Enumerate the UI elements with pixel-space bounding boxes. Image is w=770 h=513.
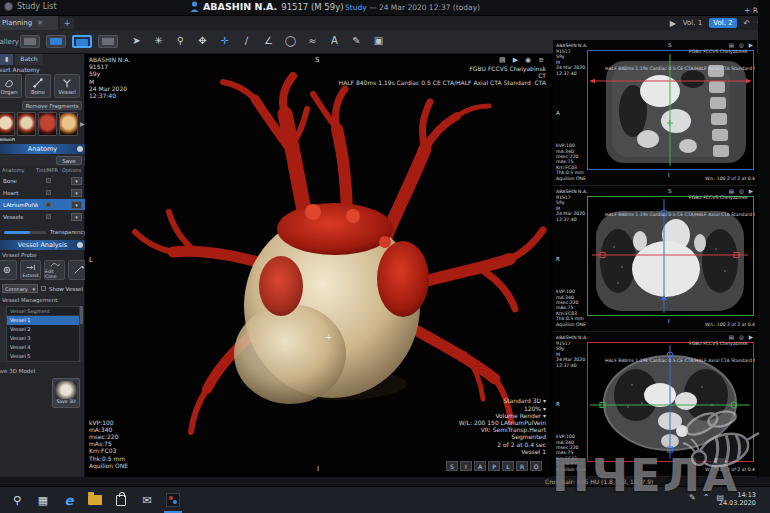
vol-2-button[interactable]: Vol. 2: [709, 18, 736, 28]
tab-batch[interactable]: Batch: [15, 54, 42, 65]
active-app-icon[interactable]: [164, 492, 182, 508]
layout-1x1-button[interactable]: [20, 35, 40, 48]
bone-button[interactable]: Bone: [25, 74, 51, 98]
link-icon[interactable]: ◎: [739, 334, 744, 340]
tint-toggle[interactable]: [46, 202, 51, 207]
layout-3up-button[interactable]: [72, 35, 92, 48]
study-list-button[interactable]: Study List: [4, 2, 57, 11]
anatomy-row-vessels[interactable]: Vessels ▾: [0, 211, 85, 222]
orient-o-button[interactable]: O: [530, 461, 542, 471]
camera-icon[interactable]: ◉: [525, 56, 531, 64]
vessel-row-2[interactable]: Vessel 2: [7, 325, 79, 334]
extend-button[interactable]: Extend: [20, 260, 41, 280]
vessel-table-scrollbar[interactable]: [80, 306, 83, 362]
anatomy-info-icon[interactable]: [77, 146, 83, 152]
play-icon[interactable]: ▶: [749, 188, 753, 194]
vessel-row-4[interactable]: Vessel 4: [7, 343, 79, 352]
main-3d-viewport[interactable]: ABASHIN N.A. 91517 59y M 24 Mar 2020 12:…: [85, 54, 550, 477]
anatomy-save-button[interactable]: Save: [56, 156, 82, 165]
tab-close-icon[interactable]: ✕: [37, 19, 43, 27]
organ-button[interactable]: Organ: [0, 74, 22, 98]
pen-tool-icon[interactable]: ✎: [350, 35, 363, 46]
mpr-panel-sagittal[interactable]: ABASHIN N.A. 91517 59y M 24 Mar 2020 12:…: [553, 40, 757, 186]
orientation-buttons: S I A P L R O: [446, 461, 542, 471]
angle-tool-icon[interactable]: ∠: [262, 35, 275, 46]
vessel-analysis-header: Vessel Analysis: [0, 240, 85, 250]
thumbnail[interactable]: Heart: [59, 112, 78, 136]
save-3d-button[interactable]: Save 3D: [52, 378, 80, 408]
orient-i-button[interactable]: I: [460, 461, 472, 471]
crop-tool-icon[interactable]: ▣: [372, 35, 385, 46]
show-vessel-checkbox[interactable]: [41, 286, 46, 291]
play-icon[interactable]: ▶: [749, 334, 753, 340]
ruler-tool-icon[interactable]: ∕: [240, 35, 253, 46]
mpr-panel-coronal[interactable]: ABASHIN N.A. 91517 59y M 24 Mar 2020 12:…: [553, 186, 757, 332]
probe-button[interactable]: [0, 260, 17, 280]
thumbnail[interactable]: LAtriumPulV: [38, 112, 57, 136]
link-icon[interactable]: ◎: [739, 42, 744, 48]
tint-toggle[interactable]: [46, 190, 51, 195]
thumbnail[interactable]: LAtriumPulV: [0, 112, 15, 136]
orient-r-button[interactable]: R: [516, 461, 528, 471]
thumbnail-scroll-right-icon[interactable]: ▶: [80, 120, 85, 127]
magnify-tool-icon[interactable]: ⚲: [174, 35, 187, 46]
pan-tool-icon[interactable]: ✥: [196, 35, 209, 46]
file-explorer-icon[interactable]: [86, 492, 104, 508]
crosshair-tool-icon[interactable]: ✛: [218, 35, 231, 46]
vessel-row-3[interactable]: Vessel 3: [7, 334, 79, 343]
edge-browser-icon[interactable]: e: [60, 492, 78, 508]
tint-toggle[interactable]: [46, 178, 51, 183]
anatomy-row-latriumpulvein[interactable]: LAtriumPulVein ▾: [0, 199, 85, 210]
volume-selector: ▶ Vol. 1 Vol. 2 ↶ ↷: [670, 17, 764, 29]
tab-planning[interactable]: Planning ✕: [0, 16, 58, 30]
freehand-tool-icon[interactable]: ≈: [306, 35, 319, 46]
play-icon[interactable]: ▶: [513, 56, 518, 64]
anatomy-row-bone[interactable]: Bone ▾: [0, 175, 85, 186]
export-icon[interactable]: ▤: [729, 334, 734, 340]
text-tool-icon[interactable]: A: [328, 35, 341, 46]
options-dropdown[interactable]: ▾: [71, 201, 82, 209]
viewport-render-info[interactable]: Standard 3D ▾ 120% ▾ Volume Render ▾ W/L…: [459, 397, 546, 455]
layout-2up-button[interactable]: [46, 35, 66, 48]
remove-fragments-button[interactable]: Remove Fragments: [22, 101, 82, 110]
tint-toggle[interactable]: [46, 214, 51, 219]
options-dropdown[interactable]: ▾: [71, 177, 82, 185]
menu-icon[interactable]: ≡: [538, 56, 544, 64]
mail-icon[interactable]: ✉: [138, 492, 156, 508]
undo-icon[interactable]: ↶: [744, 19, 751, 28]
coronary-dropdown[interactable]: Coronary ▾: [2, 284, 38, 293]
taskbar-search-icon[interactable]: ⚲: [8, 492, 26, 508]
vessel-analysis-info-icon[interactable]: [77, 242, 83, 248]
options-dropdown[interactable]: ▾: [71, 213, 82, 221]
export-icon[interactable]: ▤: [499, 56, 506, 64]
vessel-row-5[interactable]: Vessel 5: [7, 352, 79, 361]
export-icon[interactable]: ▤: [729, 188, 734, 194]
play-icon[interactable]: ▶: [670, 19, 676, 28]
pointer-tool-icon[interactable]: ➤: [130, 35, 143, 46]
store-icon[interactable]: [112, 492, 130, 508]
extend-label: Extend: [22, 273, 38, 278]
orient-s-button[interactable]: S: [446, 461, 458, 471]
probe-tool-icon[interactable]: ✳: [152, 35, 165, 46]
options-dropdown[interactable]: ▾: [71, 189, 82, 197]
vessel-button[interactable]: Vessel: [54, 74, 80, 98]
play-icon[interactable]: ▶: [749, 42, 753, 48]
orient-a-button[interactable]: A: [474, 461, 486, 471]
patient-banner[interactable]: ABASHIN N.A. 91517 (M 59y): [190, 1, 344, 12]
thumbnail[interactable]: LAtriumPulV: [17, 112, 36, 136]
vol-1-button[interactable]: Vol. 1: [683, 19, 702, 27]
edit-cline-button[interactable]: Edit Cline: [44, 260, 65, 280]
orient-p-button[interactable]: P: [488, 461, 500, 471]
link-icon[interactable]: ◎: [739, 188, 744, 194]
anatomy-row-heart[interactable]: Heart ▾: [0, 187, 85, 198]
task-view-icon[interactable]: ▦: [34, 492, 52, 508]
vessel-row-1[interactable]: Vessel 1: [7, 316, 79, 325]
export-icon[interactable]: ▤: [729, 42, 734, 48]
tab-anatomy-icon[interactable]: ▮: [0, 54, 13, 65]
orient-l-button[interactable]: L: [502, 461, 514, 471]
new-tab-button[interactable]: +: [60, 18, 74, 29]
gallery-label[interactable]: Gallery: [0, 38, 19, 46]
study-label[interactable]: Study: [345, 3, 367, 12]
ellipse-tool-icon[interactable]: ◯: [284, 35, 297, 46]
layout-custom-button[interactable]: [98, 35, 118, 48]
